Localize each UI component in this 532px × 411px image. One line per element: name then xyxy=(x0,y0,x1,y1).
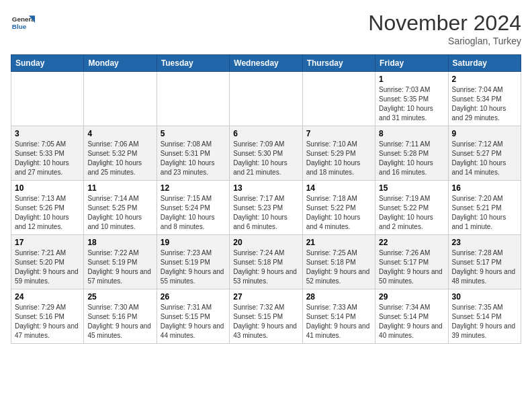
day-number: 13 xyxy=(233,183,298,193)
day-cell xyxy=(302,72,375,126)
day-cell: 21Sunrise: 7:25 AMSunset: 5:18 PMDayligh… xyxy=(302,235,375,289)
day-info: Sunrise: 7:30 AMSunset: 5:16 PMDaylight:… xyxy=(87,303,152,340)
weekday-header-friday: Friday xyxy=(375,55,448,72)
day-number: 18 xyxy=(87,238,152,247)
day-number: 22 xyxy=(379,238,444,247)
day-cell: 3Sunrise: 7:05 AMSunset: 5:33 PMDaylight… xyxy=(11,126,84,181)
day-cell: 16Sunrise: 7:20 AMSunset: 5:21 PMDayligh… xyxy=(448,181,521,235)
day-info: Sunrise: 7:32 AMSunset: 5:15 PMDaylight:… xyxy=(233,303,298,340)
day-number: 16 xyxy=(452,183,517,193)
week-row-4: 17Sunrise: 7:21 AMSunset: 5:20 PMDayligh… xyxy=(11,235,521,289)
day-cell: 24Sunrise: 7:29 AMSunset: 5:16 PMDayligh… xyxy=(11,289,84,344)
day-info: Sunrise: 7:06 AMSunset: 5:32 PMDaylight:… xyxy=(87,140,152,177)
day-number: 15 xyxy=(379,183,444,193)
day-cell: 28Sunrise: 7:33 AMSunset: 5:14 PMDayligh… xyxy=(302,289,375,344)
day-number: 7 xyxy=(306,129,371,138)
day-info: Sunrise: 7:05 AMSunset: 5:33 PMDaylight:… xyxy=(15,140,80,177)
day-number: 20 xyxy=(233,238,298,247)
day-info: Sunrise: 7:22 AMSunset: 5:19 PMDaylight:… xyxy=(87,248,152,286)
day-cell: 18Sunrise: 7:22 AMSunset: 5:19 PMDayligh… xyxy=(84,235,157,289)
day-info: Sunrise: 7:26 AMSunset: 5:17 PMDaylight:… xyxy=(379,248,444,286)
day-cell: 23Sunrise: 7:28 AMSunset: 5:17 PMDayligh… xyxy=(448,235,521,289)
page-header: General Blue November 2024 Sarioglan, Tu… xyxy=(11,11,521,46)
logo-icon: General Blue xyxy=(11,11,35,35)
day-number: 2 xyxy=(452,75,517,84)
weekday-header-saturday: Saturday xyxy=(448,55,521,72)
day-number: 26 xyxy=(161,292,226,302)
day-info: Sunrise: 7:25 AMSunset: 5:18 PMDaylight:… xyxy=(306,248,371,286)
calendar-table: SundayMondayTuesdayWednesdayThursdayFrid… xyxy=(11,54,521,344)
day-number: 19 xyxy=(161,238,226,247)
day-cell: 15Sunrise: 7:19 AMSunset: 5:22 PMDayligh… xyxy=(375,181,448,235)
day-number: 10 xyxy=(15,183,80,193)
day-info: Sunrise: 7:31 AMSunset: 5:15 PMDaylight:… xyxy=(161,303,226,340)
day-number: 30 xyxy=(452,292,517,302)
weekday-header-row: SundayMondayTuesdayWednesdayThursdayFrid… xyxy=(11,55,521,72)
day-number: 3 xyxy=(15,129,80,138)
day-number: 25 xyxy=(87,292,152,302)
day-info: Sunrise: 7:20 AMSunset: 5:21 PMDaylight:… xyxy=(452,194,517,232)
day-cell: 20Sunrise: 7:24 AMSunset: 5:18 PMDayligh… xyxy=(230,235,302,289)
day-cell: 17Sunrise: 7:21 AMSunset: 5:20 PMDayligh… xyxy=(11,235,84,289)
day-cell: 25Sunrise: 7:30 AMSunset: 5:16 PMDayligh… xyxy=(84,289,157,344)
day-number: 1 xyxy=(379,75,444,84)
day-cell: 6Sunrise: 7:09 AMSunset: 5:30 PMDaylight… xyxy=(230,126,302,181)
day-cell xyxy=(230,72,302,126)
day-info: Sunrise: 7:12 AMSunset: 5:27 PMDaylight:… xyxy=(452,140,517,177)
day-cell: 9Sunrise: 7:12 AMSunset: 5:27 PMDaylight… xyxy=(448,126,521,181)
location: Sarioglan, Turkey xyxy=(368,36,521,46)
day-cell: 27Sunrise: 7:32 AMSunset: 5:15 PMDayligh… xyxy=(230,289,302,344)
day-cell xyxy=(11,72,84,126)
day-cell: 30Sunrise: 7:35 AMSunset: 5:14 PMDayligh… xyxy=(448,289,521,344)
weekday-header-tuesday: Tuesday xyxy=(157,55,229,72)
weekday-header-sunday: Sunday xyxy=(11,55,84,72)
day-info: Sunrise: 7:21 AMSunset: 5:20 PMDaylight:… xyxy=(15,248,80,286)
day-number: 24 xyxy=(15,292,80,302)
svg-text:Blue: Blue xyxy=(12,23,27,30)
day-number: 27 xyxy=(233,292,298,302)
day-cell: 5Sunrise: 7:08 AMSunset: 5:31 PMDaylight… xyxy=(157,126,229,181)
weekday-header-monday: Monday xyxy=(84,55,157,72)
day-info: Sunrise: 7:11 AMSunset: 5:28 PMDaylight:… xyxy=(379,140,444,177)
week-row-3: 10Sunrise: 7:13 AMSunset: 5:26 PMDayligh… xyxy=(11,181,521,235)
day-cell: 22Sunrise: 7:26 AMSunset: 5:17 PMDayligh… xyxy=(375,235,448,289)
day-info: Sunrise: 7:03 AMSunset: 5:35 PMDaylight:… xyxy=(379,85,444,123)
day-cell: 4Sunrise: 7:06 AMSunset: 5:32 PMDaylight… xyxy=(84,126,157,181)
day-info: Sunrise: 7:14 AMSunset: 5:25 PMDaylight:… xyxy=(87,194,152,232)
day-number: 29 xyxy=(379,292,444,302)
day-number: 21 xyxy=(306,238,371,247)
title-block: November 2024 Sarioglan, Turkey xyxy=(368,11,521,46)
day-number: 14 xyxy=(306,183,371,193)
day-number: 28 xyxy=(306,292,371,302)
day-info: Sunrise: 7:13 AMSunset: 5:26 PMDaylight:… xyxy=(15,194,80,232)
day-number: 6 xyxy=(233,129,298,138)
weekday-header-wednesday: Wednesday xyxy=(230,55,302,72)
day-info: Sunrise: 7:33 AMSunset: 5:14 PMDaylight:… xyxy=(306,303,371,340)
day-info: Sunrise: 7:28 AMSunset: 5:17 PMDaylight:… xyxy=(452,248,517,286)
day-number: 12 xyxy=(161,183,226,193)
logo: General Blue xyxy=(11,11,35,35)
day-cell: 11Sunrise: 7:14 AMSunset: 5:25 PMDayligh… xyxy=(84,181,157,235)
day-info: Sunrise: 7:18 AMSunset: 5:22 PMDaylight:… xyxy=(306,194,371,232)
day-number: 5 xyxy=(161,129,226,138)
day-cell: 1Sunrise: 7:03 AMSunset: 5:35 PMDaylight… xyxy=(375,72,448,126)
day-info: Sunrise: 7:04 AMSunset: 5:34 PMDaylight:… xyxy=(452,85,517,123)
day-cell: 8Sunrise: 7:11 AMSunset: 5:28 PMDaylight… xyxy=(375,126,448,181)
week-row-5: 24Sunrise: 7:29 AMSunset: 5:16 PMDayligh… xyxy=(11,289,521,344)
day-info: Sunrise: 7:08 AMSunset: 5:31 PMDaylight:… xyxy=(161,140,226,177)
day-number: 11 xyxy=(87,183,152,193)
month-title: November 2024 xyxy=(368,11,521,36)
day-info: Sunrise: 7:19 AMSunset: 5:22 PMDaylight:… xyxy=(379,194,444,232)
day-cell: 10Sunrise: 7:13 AMSunset: 5:26 PMDayligh… xyxy=(11,181,84,235)
day-cell: 19Sunrise: 7:23 AMSunset: 5:19 PMDayligh… xyxy=(157,235,229,289)
day-info: Sunrise: 7:17 AMSunset: 5:23 PMDaylight:… xyxy=(233,194,298,232)
day-info: Sunrise: 7:10 AMSunset: 5:29 PMDaylight:… xyxy=(306,140,371,177)
day-info: Sunrise: 7:09 AMSunset: 5:30 PMDaylight:… xyxy=(233,140,298,177)
day-info: Sunrise: 7:24 AMSunset: 5:18 PMDaylight:… xyxy=(233,248,298,286)
day-cell xyxy=(157,72,229,126)
day-cell: 12Sunrise: 7:15 AMSunset: 5:24 PMDayligh… xyxy=(157,181,229,235)
weekday-header-thursday: Thursday xyxy=(302,55,375,72)
day-number: 4 xyxy=(87,129,152,138)
day-info: Sunrise: 7:29 AMSunset: 5:16 PMDaylight:… xyxy=(15,303,80,340)
week-row-1: 1Sunrise: 7:03 AMSunset: 5:35 PMDaylight… xyxy=(11,72,521,126)
